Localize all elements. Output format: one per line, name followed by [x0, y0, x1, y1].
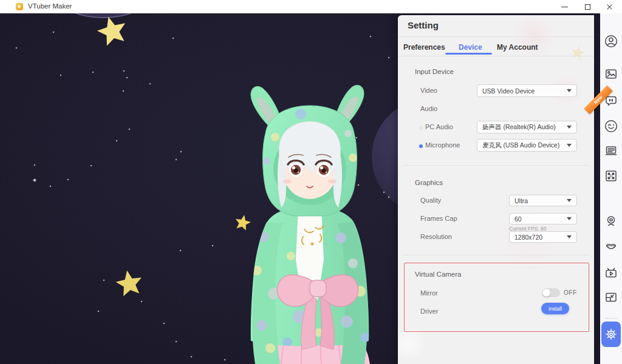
star-dot: [180, 250, 181, 251]
toggle-knob: [542, 289, 550, 297]
resolution-label: Resolution: [420, 233, 452, 240]
wink-smiley-icon[interactable]: [604, 120, 618, 133]
mirror-label: Mirror: [420, 289, 438, 297]
microphone-label: Microphone: [425, 141, 460, 149]
input-device-section-label: Input Device: [415, 68, 454, 75]
graphics-section-label: Graphics: [415, 179, 443, 186]
star-dot: [91, 165, 92, 166]
mirror-state: OFF: [564, 289, 577, 296]
pc-audio-value: 扬声器 (Realtek(R) Audio): [482, 123, 556, 132]
star-dot: [191, 356, 192, 357]
lips-icon[interactable]: [604, 239, 618, 252]
star-dot: [176, 341, 177, 342]
settings-gear-button[interactable]: [601, 322, 621, 347]
star-dot: [103, 280, 104, 281]
star-dot: [92, 72, 94, 73]
chevron-down-icon: [567, 126, 572, 129]
close-icon: [606, 4, 613, 10]
frames-cap-label: Frames Cap: [420, 215, 457, 222]
minimize-button[interactable]: [554, 0, 575, 13]
star-dot: [370, 36, 371, 37]
side-toolbar: [600, 13, 622, 364]
star-dot: [224, 359, 225, 360]
active-tab-underline: [445, 53, 492, 55]
close-button[interactable]: [599, 0, 620, 13]
star-dot: [67, 179, 69, 180]
star-dot: [16, 47, 17, 49]
star-dot: [176, 159, 177, 160]
chevron-down-icon: [567, 144, 572, 147]
pc-audio-radio[interactable]: [419, 126, 423, 130]
settings-panel: ★ Setting Preferences Device My Account …: [398, 15, 594, 364]
video-device-dropdown[interactable]: USB Video Device: [477, 84, 577, 97]
quality-value: Ultra: [514, 197, 528, 204]
chevron-down-icon: [567, 199, 572, 202]
yellow-star: [91, 13, 134, 53]
divider: [403, 255, 589, 255]
maximize-icon: [585, 4, 590, 10]
star-dot: [126, 77, 128, 78]
presentation-board-icon[interactable]: [604, 144, 618, 157]
star-dot: [180, 151, 182, 152]
star-dot: [60, 75, 61, 76]
gear-icon: [604, 328, 618, 341]
fullscreen-icon[interactable]: [604, 169, 618, 183]
quality-label: Quality: [420, 197, 441, 204]
chevron-down-icon: [567, 89, 572, 92]
titlebar: VTuber Maker: [0, 0, 622, 13]
maximize-button[interactable]: [577, 0, 598, 13]
vtuber-character[interactable]: [228, 78, 401, 364]
star-dot: [53, 32, 54, 33]
frames-cap-value: 60: [514, 215, 522, 223]
install-driver-button[interactable]: install: [541, 303, 569, 314]
star-dot: [141, 301, 142, 302]
divider: [398, 56, 594, 56]
toolbar-divider: [605, 318, 617, 318]
video-player-icon[interactable]: [604, 266, 618, 280]
star-dot: [50, 186, 51, 187]
video-device-value: USB Video Device: [482, 87, 535, 95]
video-label: Video: [420, 87, 437, 94]
quality-dropdown[interactable]: Ultra: [509, 195, 577, 206]
star-dot: [116, 140, 117, 141]
app-icon: [16, 3, 23, 10]
resolution-value: 1280x720: [514, 234, 542, 241]
vtuber-maker-window: VTuber Maker ★ Setting Preferences Devic…: [0, 0, 622, 364]
app-title: VTuber Maker: [28, 2, 72, 10]
driver-label: Driver: [420, 308, 438, 315]
star-dot: [163, 323, 165, 324]
tab-preferences[interactable]: Preferences: [403, 43, 445, 52]
resolution-dropdown[interactable]: 1280x720: [509, 231, 577, 243]
microphone-radio[interactable]: [419, 144, 423, 148]
mirror-toggle[interactable]: [542, 288, 560, 297]
user-icon[interactable]: [604, 35, 618, 48]
pc-audio-label: PC Audio: [425, 123, 453, 130]
divider: [403, 165, 589, 166]
tab-device[interactable]: Device: [459, 43, 482, 52]
star-dot: [173, 38, 174, 39]
virtual-camera-section-label: Virtual Camera: [415, 271, 462, 278]
star-dot: [149, 83, 151, 84]
panel-title: Setting: [408, 20, 439, 30]
chevron-down-icon: [567, 217, 572, 220]
image-icon[interactable]: [604, 67, 618, 81]
tab-my-account[interactable]: My Account: [497, 43, 538, 52]
pc-audio-dropdown[interactable]: 扬声器 (Realtek(R) Audio): [477, 121, 577, 133]
star-dot: [123, 70, 125, 72]
star-watermark: ★: [568, 41, 589, 65]
divider: [398, 36, 594, 37]
webcam-icon[interactable]: [604, 214, 618, 228]
audio-label: Audio: [420, 105, 437, 112]
yellow-star: [111, 266, 148, 302]
microphone-dropdown[interactable]: 麦克风 (USB Audio Device): [477, 139, 577, 152]
picture-in-picture-icon[interactable]: [604, 291, 618, 304]
frames-cap-dropdown[interactable]: 60: [509, 213, 577, 224]
star-dot: [98, 311, 99, 312]
minimize-icon: [561, 7, 568, 7]
star-dot: [123, 90, 124, 92]
chevron-down-icon: [567, 235, 572, 238]
star-dot: [33, 179, 36, 181]
star-dot: [34, 164, 35, 166]
star-dot: [388, 57, 389, 58]
star-dot: [129, 129, 130, 130]
